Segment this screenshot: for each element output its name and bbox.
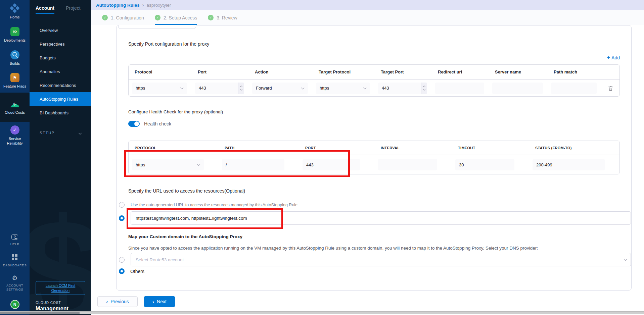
feature-flags-icon (10, 73, 19, 82)
port-input[interactable]: 443 (195, 83, 244, 94)
target-protocol-select[interactable]: https (316, 83, 370, 94)
action-value: Forward (256, 86, 272, 91)
sidebar-item-budgets[interactable]: Budgets (30, 51, 91, 65)
hc-protocol-select[interactable]: https (132, 159, 204, 170)
sidebar-item-anomalies[interactable]: Anomalies (30, 65, 91, 78)
route53-account-select[interactable]: Select Route53 account (131, 253, 631, 266)
target-port-input[interactable]: 443 (378, 83, 427, 94)
nav-item-dashboards[interactable]: DASHBOARDS (0, 250, 30, 271)
nav-item-builds[interactable]: Builds (0, 47, 30, 70)
number-stepper[interactable] (421, 83, 427, 94)
scrollbar-thumb[interactable] (0, 312, 80, 314)
sidebar-item-bi-dashboards[interactable]: BI Dashboards (30, 106, 91, 120)
hc-interval-input[interactable] (378, 159, 437, 170)
step-setup-access[interactable]: 2. Setup Access (155, 15, 197, 25)
next-label: Next (157, 299, 167, 304)
col-hc-interval: INTERVAL (375, 146, 452, 150)
cloud-costs-icon: ☁$ (9, 99, 20, 108)
custom-url-radio[interactable] (119, 215, 125, 221)
product-name: Management (36, 306, 85, 312)
step-label: 3. Review (217, 15, 237, 20)
others-label: Others (130, 269, 144, 274)
hc-port-input[interactable]: 443 (303, 159, 360, 170)
gear-icon (12, 275, 17, 281)
path-match-input[interactable] (551, 83, 597, 94)
chevron-down-icon (197, 163, 200, 166)
health-check-toggle[interactable] (128, 121, 140, 127)
col-hc-timeout: TIMEOUT (452, 146, 529, 150)
sidebar-item-autostopping-rules[interactable]: AutoStopping Rules (30, 92, 91, 106)
route53-radio[interactable] (119, 257, 125, 263)
nav-label: Home (10, 15, 19, 20)
health-table-header: PROTOCOL PATH PORT INTERVAL TIMEOUT STAT… (129, 141, 619, 155)
nav-label: Feature Flags (3, 84, 26, 89)
hc-timeout-input[interactable]: 30 (455, 159, 514, 170)
service-reliability-icon (10, 125, 19, 135)
add-port-row-button[interactable]: +Add (582, 55, 620, 61)
horizontal-scrollbar (0, 311, 644, 314)
sidebar-item-overview[interactable]: Overview (30, 23, 91, 37)
tab-account[interactable]: Account (36, 5, 54, 14)
next-button[interactable]: › Next (144, 296, 175, 307)
protocol-select[interactable]: https (132, 83, 187, 94)
previous-label: Previous (110, 299, 129, 304)
user-avatar[interactable]: N (10, 300, 19, 309)
nav-label: Deployments (4, 38, 26, 43)
server-name-input[interactable] (492, 83, 543, 94)
port-config-table: Protocol Port Action Target Protocol Tar… (128, 64, 620, 97)
delete-row-button[interactable] (601, 80, 619, 97)
custom-url-input[interactable] (131, 211, 631, 225)
tab-project[interactable]: Project (66, 5, 81, 14)
nav-item-service-reliability[interactable]: Service Reliability (0, 122, 30, 150)
col-port: Port (192, 69, 249, 74)
breadcrumb-current: asproxytyler (146, 3, 171, 8)
hc-status-input[interactable]: 200-499 (533, 159, 605, 170)
launch-ccm-first-gen-button[interactable]: Launch CCM First Generation (36, 281, 85, 295)
col-hc-protocol: PROTOCOL (129, 146, 219, 150)
chevron-left-icon: ‹ (106, 299, 108, 305)
nav-item-account-settings[interactable]: ACCOUNT SETTINGS (0, 271, 30, 295)
nav-item-feature-flags[interactable]: Feature Flags (0, 69, 30, 93)
step-configuration[interactable]: 1. Configuration (102, 15, 144, 25)
nav-item-home[interactable]: Home (0, 0, 30, 23)
nav-item-deployments[interactable]: Deployments (0, 23, 30, 47)
sidebar-setup-toggle[interactable]: SETUP (30, 124, 91, 135)
home-icon (9, 3, 20, 13)
port-table-header: Protocol Port Action Target Protocol Tar… (129, 65, 619, 80)
hc-path-input[interactable]: / (222, 159, 284, 170)
check-circle-icon (155, 15, 160, 20)
protocol-value: https (136, 86, 145, 91)
breadcrumb-link-autostopping-rules[interactable]: AutoStopping Rules (96, 3, 140, 8)
check-circle-icon (102, 15, 108, 20)
breadcrumb-separator-icon: › (142, 2, 144, 8)
auto-url-radio[interactable] (119, 202, 125, 208)
auto-url-option: Use the auto-generated URL to access the… (119, 202, 299, 208)
check-circle-icon (208, 15, 214, 20)
col-redirect-url: Redirect url (432, 69, 489, 74)
col-hc-port: PORT (299, 146, 375, 150)
trash-icon (608, 86, 613, 91)
health-check-heading: Configure Health Check for the proxy (op… (128, 109, 223, 114)
sidebar-item-recommendations[interactable]: Recommendations (30, 78, 91, 92)
others-radio[interactable] (119, 268, 125, 274)
add-label: Add (611, 55, 620, 60)
previous-button[interactable]: ‹ Previous (97, 296, 138, 307)
auto-url-label: Use the auto-generated URL to access the… (131, 203, 299, 207)
hc-path-value: / (226, 162, 227, 167)
step-review[interactable]: 3. Review (208, 15, 237, 25)
sidebar-item-perspectives[interactable]: Perspectives (30, 37, 91, 51)
nav-label: ACCOUNT SETTINGS (1, 283, 28, 292)
action-select[interactable]: Forward (252, 83, 308, 94)
port-table-row: https 443 Forward https 443 (129, 80, 619, 97)
chevron-down-icon (79, 131, 82, 135)
nav-label: DASHBOARDS (3, 263, 27, 267)
col-target-protocol: Target Protocol (313, 69, 375, 74)
number-stepper[interactable] (238, 83, 244, 94)
health-table-row: https / 443 30 200-499 (129, 155, 619, 174)
chevron-right-icon: › (152, 299, 154, 305)
nav-item-help[interactable]: HELP (0, 229, 30, 250)
redirect-url-input[interactable] (435, 83, 484, 94)
help-icon (11, 234, 18, 240)
col-path-match: Path match (548, 69, 601, 74)
nav-item-cloud-costs[interactable]: ☁$ Cloud Costs (0, 93, 30, 122)
